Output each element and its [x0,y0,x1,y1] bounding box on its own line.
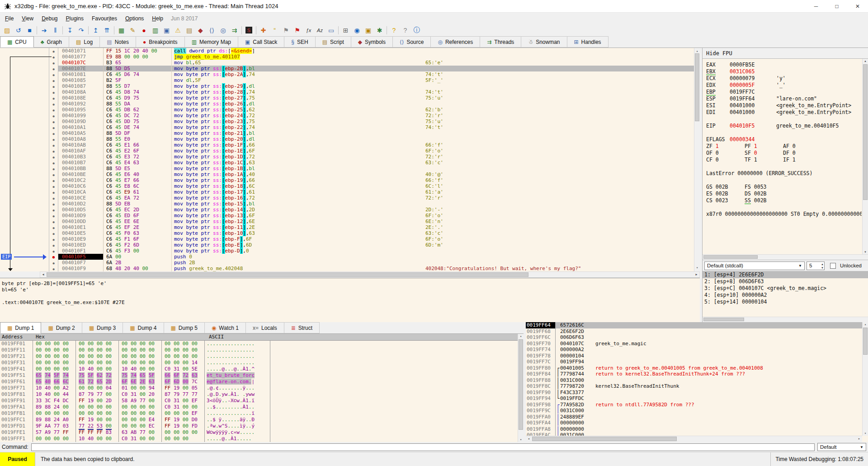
scroll-up-icon[interactable]: ▴ [518,334,524,338]
breakpoint-dot[interactable]: ● [49,71,58,77]
toolbar-window-button[interactable]: ▣ [363,25,374,36]
scroll-left-icon[interactable]: ◂ [40,272,46,276]
breakpoint-dot[interactable]: ● [49,166,58,171]
register-line[interactable]: EDX0000005F'_' [706,82,862,89]
dump-row[interactable]: 0019FFB100 00 00 0000 00 00 0000 00 00 0… [0,410,524,417]
menu-item-help[interactable]: Help [148,14,167,23]
toolbar-seh-chain-button[interactable]: S [243,25,255,36]
command-input[interactable] [31,443,815,451]
register-line[interactable]: CF 0TF 1IF 1 [706,157,862,163]
disasm-row[interactable]: ●0040108788 55 D7 mov byte ptr ss:[ebp-2… [0,83,700,89]
tab-cpu[interactable]: ▦CPU [0,36,34,48]
stack-row[interactable]: 0019FF9C│0031C000 [526,408,868,414]
disasm-row[interactable]: ●004010B7C6 45 E4 63 mov byte ptr ss:[eb… [0,160,700,166]
scroll-thumb[interactable] [703,255,758,259]
toolbar-seh-view-button[interactable]: ⚠ [172,25,184,36]
disasm-row[interactable]: ●004010A588 5D DF mov byte ptr ss:[ebp-2… [0,130,700,136]
scroll-thumb[interactable] [519,339,523,430]
stack-row[interactable]: 0019FF74000000A2 [526,347,868,353]
menu-item-view[interactable]: View [18,14,38,23]
toolbar-close-process-button[interactable]: ■ [24,25,35,36]
disasm-row[interactable]: ●004010D288 5D EB mov byte ptr ss:[ebp-1… [0,201,700,207]
arguments-list[interactable]: 1: [esp+4] 2E6E6F2D2: [esp+8] 006D6F633:… [703,271,868,317]
tab-dump-3[interactable]: ▦Dump 3 [82,322,123,333]
toolbar-memory-map-view-button[interactable]: ▥ [150,25,161,36]
disasm-row[interactable]: ●004010E1C6 45 EF 2E mov byte ptr ss:[eb… [0,224,700,230]
breakpoint-dot[interactable]: ● [49,213,58,219]
scroll-down-icon[interactable]: ▾ [863,432,868,435]
toolbar-step-into-button[interactable]: ↧ [64,25,75,36]
argument-row[interactable]: 5: [esp+14] 00000104 [703,299,868,305]
maximize-button[interactable]: □ [826,0,847,12]
toolbar-hotkeys-button[interactable]: ▭ [326,25,337,36]
breakpoint-dot[interactable]: ● [49,66,58,71]
argument-row[interactable]: 2: [esp+8] 006D6F63 [703,278,868,285]
disasm-row[interactable]: ●004010AFC6 45 E2 6F mov byte ptr ss:[eb… [0,148,700,154]
dump-row[interactable]: 0019FF7110 40 00 A200 00 00 0401 00 00 9… [0,385,524,391]
breakpoint-dot[interactable]: ● [49,77,58,83]
disassembly-vscrollbar[interactable]: ▴▾ [694,48,700,271]
toolbar-help-gear-button[interactable]: ? [388,25,400,36]
disasm-row[interactable]: ●0040107CB3 65 mov bl,6565:'e' [0,60,700,66]
stack-row[interactable]: 0019FF6C006D6F63 [526,334,868,341]
stack-row[interactable]: 0019FF80┌00401005return to greek_to_me.0… [526,365,868,371]
dump-row[interactable]: 0019FFE157 A9 77 FFFF FF FF 8363 AB 77 0… [0,429,524,436]
dump-row[interactable]: 0019FFC189 88 24 A0FF 19 00 0000 00 00 E… [0,417,524,423]
breakpoint-dot[interactable]: ● [49,107,58,113]
disasm-row[interactable]: ●00401095C6 45 DB 62 mov byte ptr ss:[eb… [0,107,700,113]
dump-row[interactable]: 0019FF3100 00 00 0000 00 00 0000 00 00 0… [0,360,524,366]
tab-seh[interactable]: §SEH [284,36,315,48]
disasm-row[interactable]: ●004010C2C6 45 E7 66 mov byte ptr ss:[eb… [0,177,700,183]
tab-threads[interactable]: ⇉Threads [480,36,521,48]
stack-row[interactable]: 0019FFAC│0031C000 [526,432,868,436]
tab-references[interactable]: ◎References [431,36,480,48]
scroll-right-icon[interactable]: ▸ [693,272,699,276]
dump-row[interactable]: 0019FFA189 88 24 0000 00 00 0000 00 00 0… [0,404,524,410]
register-line[interactable]: GS 002BFS 0053 [706,184,862,190]
registers-vscrollbar[interactable]: ▴ ▾ [862,59,868,254]
disasm-row[interactable]: ●004010F1C6 45 F3 00 mov byte ptr ss:[eb… [0,248,700,254]
register-line[interactable]: ES 002BDS 002B [706,190,862,197]
stack-row[interactable]: 0019FF84│77798744return to kernel32.Base… [526,371,868,377]
breakpoint-dot[interactable]: ● [49,154,58,160]
script-language-dropdown[interactable]: Default ▼ [817,443,866,451]
tab-dump-5[interactable]: ▦Dump 5 [164,322,205,333]
toolbar-restart-button[interactable]: ↺ [13,25,24,36]
breakpoint-dot[interactable]: ● [49,136,58,142]
scroll-up-icon[interactable]: ▴ [863,323,868,326]
scroll-left-icon[interactable]: ◂ [526,437,532,441]
stack-hscrollbar[interactable]: ◂ ▸ [526,436,862,442]
disasm-row[interactable]: ●0040108AC6 45 D8 74 mov byte ptr ss:[eb… [0,89,700,95]
register-line[interactable]: EFLAGS00000344 [706,136,862,143]
stack-row[interactable]: 0019FF98┌77A9582Dreturn to ntdll.77A9582… [526,402,868,408]
toolbar-source-view-button[interactable]: ⟨⟩ [206,25,217,36]
scroll-right-icon[interactable]: ▸ [856,437,862,441]
disasm-row[interactable]: ●0040109288 55 DA mov byte ptr ss:[ebp-2… [0,101,700,107]
toolbar-threads-view-button[interactable]: ⇉ [229,25,240,36]
toolbar-references-view-button[interactable]: ◎ [217,25,229,36]
register-line[interactable]: EBX0031C065 [706,68,862,75]
breakpoint-dot[interactable]: ● [49,219,58,224]
stack-row[interactable]: 0019FFA4│00000000 [526,420,868,426]
toolbar-breakpoints-view-button[interactable]: ● [138,25,150,36]
tab-notes[interactable]: ▤Notes [100,36,136,48]
stack-row[interactable]: 0019FFA0│248889EF [526,414,868,420]
breakpoint-dot[interactable]: ● [49,183,58,189]
menu-item-file[interactable]: File [1,14,18,23]
disasm-row[interactable]: ●0040109DC6 45 DD 75 mov byte ptr ss:[eb… [0,119,700,124]
disasm-row[interactable]: ●004010CAC6 45 E9 61 mov byte ptr ss:[eb… [0,189,700,195]
disasm-row[interactable]: ●004010D5C6 45 EC 2D mov byte ptr ss:[eb… [0,207,700,213]
disasm-row[interactable]: ●0040107E88 5D D5 mov byte ptr ss:[ebp-2… [0,66,700,71]
register-line[interactable]: ESP0019FF64"lare-on.com" [706,95,862,102]
dump-vscrollbar[interactable]: ▴ ▾ [518,334,524,442]
tab-graph[interactable]: ♣Graph [34,36,69,48]
register-line[interactable]: LastError 00000000 (ERROR_SUCCESS) [706,170,862,177]
tab-symbols[interactable]: ◆Symbols [351,36,393,48]
disasm-row[interactable]: ●004010B3C6 45 E3 72 mov byte ptr ss:[eb… [0,154,700,160]
dump-row[interactable]: 0019FF5165 74 5F 7475 5F 62 7275 74 65 5… [0,372,524,379]
register-line[interactable]: CS 0023SS 002B [706,197,862,204]
breakpoint-dot[interactable]: ● [49,113,58,119]
disasm-row[interactable]: ●004010E5C6 45 F0 63 mov byte ptr ss:[eb… [0,230,700,236]
tab-dump-4[interactable]: ▦Dump 4 [123,322,164,333]
unlocked-checkbox[interactable] [830,263,836,269]
